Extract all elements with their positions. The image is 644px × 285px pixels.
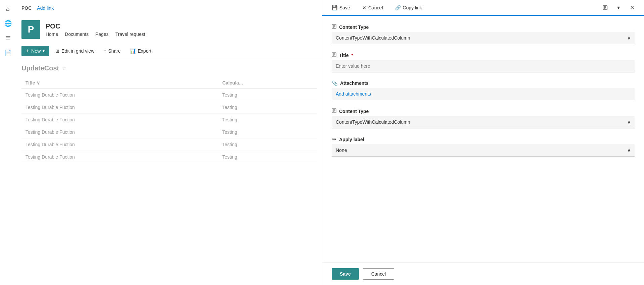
link-icon: 🔗: [395, 5, 401, 10]
main-area: POC Add link P POC Home Documents Pages …: [16, 0, 322, 285]
apply-label-text: Apply label: [339, 137, 364, 142]
attachment-icon: 📎: [332, 80, 337, 86]
new-chevron-icon: ▾: [43, 49, 45, 53]
content-type-chevron-2: ∨: [627, 119, 631, 125]
content-type-label-2: Content Type: [332, 108, 635, 114]
share-label: Share: [108, 48, 120, 54]
table-row[interactable]: Testing Durable Fuction Testing: [21, 126, 317, 138]
list-table: Title ∨ Calcula... Testing Durable Fucti…: [21, 77, 317, 163]
favorite-icon[interactable]: ☆: [62, 65, 66, 71]
cell-title: Testing Durable Fuction: [21, 151, 218, 163]
panel-cancel-button[interactable]: ✕ Cancel: [360, 4, 386, 12]
cell-calcu: Testing: [218, 151, 317, 163]
cell-calcu: Testing: [218, 114, 317, 126]
top-bar: POC Add link: [16, 0, 322, 16]
add-attachments-link[interactable]: Add attachments: [336, 91, 371, 97]
col-sort-icon: ∨: [37, 80, 40, 86]
content-type-chevron-1: ∨: [627, 35, 631, 41]
table-row[interactable]: Testing Durable Fuction Testing: [21, 138, 317, 151]
col-header-title[interactable]: Title ∨: [21, 77, 218, 89]
content-type-value-2: ContentTypeWithCalculatedColumn: [336, 119, 410, 125]
title-input[interactable]: [332, 60, 635, 72]
cell-title: Testing Durable Fuction: [21, 89, 218, 101]
apply-label-chevron: ∨: [627, 148, 631, 153]
form-section-attachments: 📎 Attachments Add attachments: [332, 80, 635, 100]
export-button[interactable]: 📊 Export: [127, 46, 155, 56]
cell-calcu: Testing: [218, 138, 317, 151]
content-type-label-1: Content Type: [332, 24, 635, 30]
share-button[interactable]: ↑ Share: [100, 46, 124, 56]
site-logo: P: [21, 20, 40, 39]
panel-chevron-icon[interactable]: ▾: [613, 2, 624, 13]
header-icons: ▾ ✕: [600, 2, 637, 13]
label-icon: [332, 136, 336, 142]
save-icon: 💾: [332, 5, 337, 10]
home-icon[interactable]: ⌂: [2, 3, 14, 15]
col-title-label: Title: [25, 80, 35, 86]
footer-save-button[interactable]: Save: [332, 268, 359, 280]
panel-save-label: Save: [339, 5, 350, 10]
table-row[interactable]: Testing Durable Fuction Testing: [21, 89, 317, 101]
col-header-calcu[interactable]: Calcula...: [218, 77, 317, 89]
cell-calcu: Testing: [218, 89, 317, 101]
new-button[interactable]: + New ▾: [21, 46, 49, 56]
site-logo-letter: P: [28, 24, 34, 35]
nav-travel[interactable]: Travel request: [115, 32, 145, 37]
col-calcu-label: Calcula...: [222, 80, 243, 86]
attachments-label: 📎 Attachments: [332, 80, 635, 86]
required-indicator: *: [352, 53, 353, 58]
cell-title: Testing Durable Fuction: [21, 114, 218, 126]
title-field-label: Title *: [332, 52, 635, 58]
sidebar: ⌂ 🌐 ☰ 📄: [0, 0, 16, 285]
copy-link-button[interactable]: 🔗 Copy link: [392, 4, 425, 12]
plus-icon: +: [26, 48, 29, 54]
form-section-content-type-2: Content Type ContentTypeWithCalculatedCo…: [332, 108, 635, 128]
form-footer: Save Cancel: [322, 263, 644, 285]
new-label: New: [31, 48, 41, 54]
cell-title: Testing Durable Fuction: [21, 101, 218, 114]
topbar-title: POC: [21, 5, 32, 11]
panel-close-button[interactable]: ✕: [627, 2, 637, 13]
form-body: Content Type ContentTypeWithCalculatedCo…: [322, 16, 644, 263]
attachments-area: Add attachments: [332, 88, 635, 100]
list-area: UpdateCost ☆ Title ∨ Calcula...: [16, 59, 322, 285]
form-panel-header: 💾 Save ✕ Cancel 🔗 Copy link ▾ ✕: [322, 0, 644, 16]
share-icon: ↑: [104, 48, 106, 54]
cell-title: Testing Durable Fuction: [21, 126, 218, 138]
site-nav: Home Documents Pages Travel request: [46, 32, 145, 37]
footer-cancel-button[interactable]: Cancel: [363, 268, 394, 280]
panel-edit-icon[interactable]: [600, 2, 610, 13]
form-section-content-type-1: Content Type ContentTypeWithCalculatedCo…: [332, 24, 635, 44]
toolbar: + New ▾ ⊞ Edit in grid view ↑ Share 📊 Ex…: [16, 43, 322, 59]
copy-link-label: Copy link: [403, 5, 422, 10]
nav-home[interactable]: Home: [46, 32, 58, 37]
table-row[interactable]: Testing Durable Fuction Testing: [21, 151, 317, 163]
table-row[interactable]: Testing Durable Fuction Testing: [21, 114, 317, 126]
nav-pages[interactable]: Pages: [95, 32, 109, 37]
apply-label-value: None: [336, 148, 347, 153]
site-info: POC Home Documents Pages Travel request: [46, 22, 145, 37]
form-section-title: Title *: [332, 52, 635, 72]
form-section-apply-label: Apply label None ∨: [332, 136, 635, 157]
cell-calcu: Testing: [218, 101, 317, 114]
page-icon[interactable]: 📄: [2, 47, 14, 59]
edit-grid-button[interactable]: ⊞ Edit in grid view: [52, 46, 98, 56]
apply-label-dropdown[interactable]: None ∨: [332, 144, 635, 157]
add-link[interactable]: Add link: [37, 5, 54, 11]
panel-save-button[interactable]: 💾 Save: [329, 4, 353, 12]
content-type-label-text-2: Content Type: [339, 109, 369, 114]
apply-label-label: Apply label: [332, 136, 635, 142]
content-type-dropdown-1[interactable]: ContentTypeWithCalculatedColumn ∨: [332, 32, 635, 44]
content-type-dropdown-2[interactable]: ContentTypeWithCalculatedColumn ∨: [332, 116, 635, 128]
table-row[interactable]: Testing Durable Fuction Testing: [21, 101, 317, 114]
nav-documents[interactable]: Documents: [65, 32, 89, 37]
edit-grid-label: Edit in grid view: [61, 48, 94, 54]
list-icon[interactable]: ☰: [2, 32, 14, 44]
export-icon: 📊: [130, 48, 136, 54]
list-title-row: UpdateCost ☆: [21, 64, 317, 72]
cell-title: Testing Durable Fuction: [21, 138, 218, 151]
content-type-label-text-1: Content Type: [339, 24, 369, 30]
title-icon: [332, 52, 336, 58]
grid-icon: ⊞: [55, 48, 59, 54]
globe-icon[interactable]: 🌐: [2, 17, 14, 30]
